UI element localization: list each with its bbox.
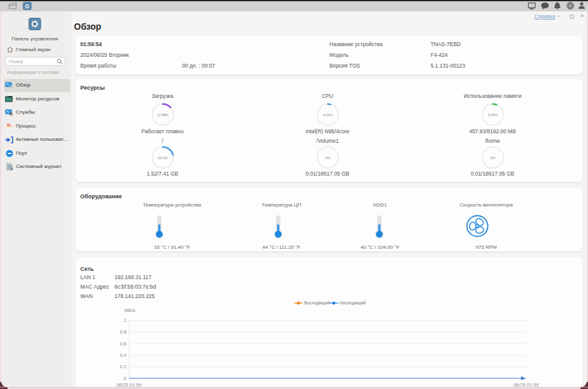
svg-text:0%: 0% xyxy=(491,156,496,160)
svg-text:5.59%: 5.59% xyxy=(488,113,498,117)
svg-text:20.5%: 20.5% xyxy=(158,156,168,160)
svg-text:4.01%: 4.01% xyxy=(323,113,333,117)
svg-text:0%: 0% xyxy=(326,156,331,160)
svg-text:12.88%: 12.88% xyxy=(157,113,168,117)
